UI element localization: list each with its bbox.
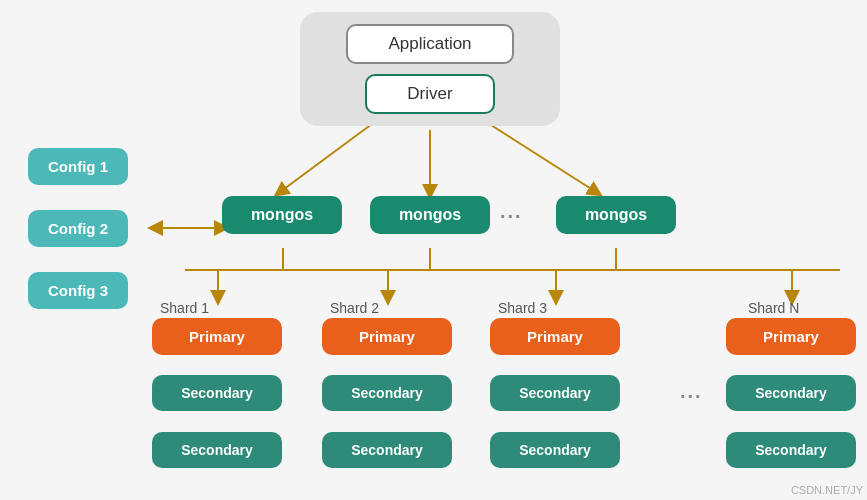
shardN-label: Shard N (748, 300, 799, 316)
shard2-label: Shard 2 (330, 300, 379, 316)
application-box: Application (346, 24, 513, 64)
driver-box: Driver (365, 74, 494, 114)
mongos1-label: mongos (251, 206, 313, 223)
dots-mongos-right: ... (500, 200, 523, 223)
shard3-label: Shard 3 (498, 300, 547, 316)
config3-box: Config 3 (28, 272, 128, 309)
application-label: Application (388, 34, 471, 53)
shardN-secondary2: Secondary (726, 432, 856, 468)
shard1-label: Shard 1 (160, 300, 209, 316)
diagram: Application Driver Config 1 Config 2 Con… (0, 0, 867, 500)
mongos3-label: mongos (585, 206, 647, 223)
app-driver-group: Application Driver (300, 12, 560, 126)
watermark: CSDN.NET/JY (791, 484, 863, 496)
mongos2-label: mongos (399, 206, 461, 223)
shard1-primary: Primary (152, 318, 282, 355)
config2-box: Config 2 (28, 210, 128, 247)
driver-label: Driver (407, 84, 452, 103)
mongos2-box: mongos (370, 196, 490, 234)
shardN-secondary1: Secondary (726, 375, 856, 411)
shard1-secondary2: Secondary (152, 432, 282, 468)
config1-box: Config 1 (28, 148, 128, 185)
mongos3-box: mongos (556, 196, 676, 234)
config2-label: Config 2 (48, 220, 108, 237)
shardN-primary: Primary (726, 318, 856, 355)
shard3-primary: Primary (490, 318, 620, 355)
config3-label: Config 3 (48, 282, 108, 299)
dots-shard-right: ... (680, 380, 703, 403)
shard2-secondary1: Secondary (322, 375, 452, 411)
shard3-secondary2: Secondary (490, 432, 620, 468)
shard1-secondary1: Secondary (152, 375, 282, 411)
svg-line-8 (480, 118, 596, 192)
svg-line-7 (280, 118, 380, 192)
shard2-primary: Primary (322, 318, 452, 355)
config1-label: Config 1 (48, 158, 108, 175)
shard2-secondary2: Secondary (322, 432, 452, 468)
shard3-secondary1: Secondary (490, 375, 620, 411)
mongos1-box: mongos (222, 196, 342, 234)
